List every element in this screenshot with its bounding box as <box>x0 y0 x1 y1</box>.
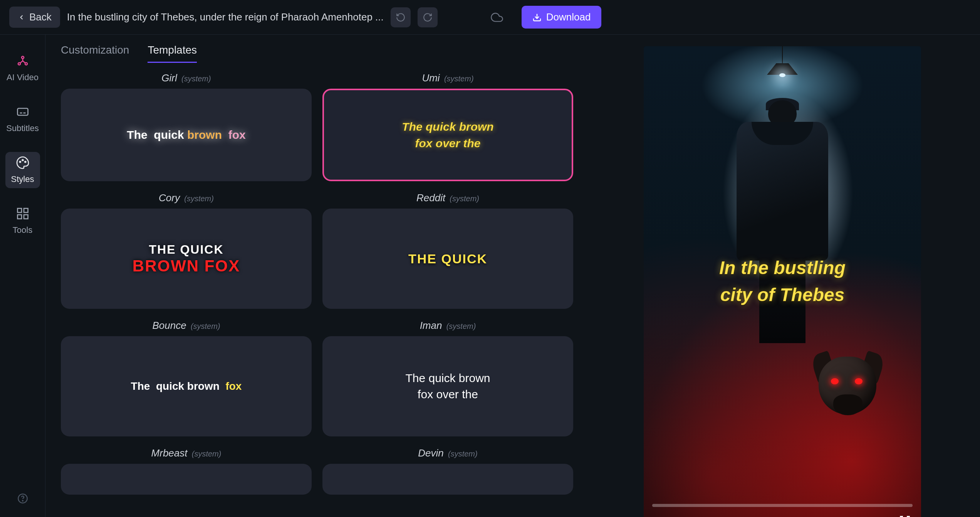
volume-button[interactable] <box>675 513 690 517</box>
template-preview-text: The quick brown fox <box>131 380 242 392</box>
download-label: Download <box>546 11 591 23</box>
sidebar-label: AI Video <box>7 72 39 83</box>
template-name: Girl (system) <box>161 72 211 84</box>
template-card-devin[interactable] <box>322 464 573 495</box>
video-time: 0:00 / 0:18 <box>697 515 740 517</box>
back-label: Back <box>29 11 52 23</box>
template-preview-text: The quick brown fox over the <box>405 370 490 402</box>
template-card-cory[interactable]: THE QUICK BROWN FOX <box>61 209 312 309</box>
template-name: Umi (system) <box>422 72 473 84</box>
svg-point-8 <box>22 160 23 161</box>
template-name: Bounce (system) <box>152 320 220 332</box>
template-preview-text: The quick brown fox over the <box>402 118 493 152</box>
undo-icon <box>396 12 406 22</box>
svg-rect-10 <box>17 209 22 213</box>
svg-rect-4 <box>17 108 28 115</box>
template-cell-umi: Umi (system) The quick brown fox over th… <box>322 72 573 181</box>
template-cell-girl: Girl (system) The quick brown fox <box>61 72 312 181</box>
template-scroll[interactable]: Girl (system) The quick brown fox Umi (s… <box>61 72 577 517</box>
tab-customization[interactable]: Customization <box>61 44 129 63</box>
svg-point-9 <box>25 161 26 162</box>
help-icon <box>17 493 28 504</box>
preview-panel: In the bustling city of Thebes 0:00 / 0:… <box>585 35 980 517</box>
sidebar-item-ai-video[interactable]: AI Video <box>5 50 40 86</box>
svg-rect-13 <box>24 215 28 219</box>
template-name: Cory (system) <box>159 192 214 204</box>
template-cell-cory: Cory (system) THE QUICK BROWN FOX <box>61 192 312 309</box>
video-controls: 0:00 / 0:18 <box>644 513 921 517</box>
video-preview[interactable]: In the bustling city of Thebes 0:00 / 0:… <box>644 46 921 517</box>
help-button[interactable] <box>17 493 28 505</box>
redo-icon <box>423 12 433 22</box>
main-panel: Customization Templates Girl (system) Th… <box>45 35 585 517</box>
download-icon <box>532 13 542 22</box>
project-title: In the bustling city of Thebes, under th… <box>67 11 384 23</box>
template-cell-bounce: Bounce (system) The quick brown fox <box>61 320 312 436</box>
template-card-mrbeast[interactable] <box>61 464 312 495</box>
cloud-sync-button[interactable] <box>487 7 507 27</box>
play-icon <box>654 515 666 517</box>
template-cell-iman: Iman (system) The quick brown fox over t… <box>322 320 573 436</box>
palette-icon <box>16 156 30 170</box>
sidebar-label: Styles <box>11 174 34 184</box>
template-cell-devin: Devin (system) <box>322 447 573 495</box>
template-name: Iman (system) <box>420 320 476 332</box>
chevron-left-icon <box>18 13 25 21</box>
fullscreen-icon <box>899 515 911 517</box>
play-button[interactable] <box>652 513 668 517</box>
sidebar-label: Subtitles <box>6 123 39 133</box>
video-caption: In the bustling city of Thebes <box>658 254 907 308</box>
undo-button[interactable] <box>391 7 411 27</box>
sidebar-item-styles[interactable]: Styles <box>5 152 40 188</box>
template-name: Devin (system) <box>418 447 477 459</box>
sidebar: AI Video Subtitles Styles Tools <box>0 35 45 517</box>
seek-bar[interactable] <box>652 504 913 507</box>
back-button[interactable]: Back <box>9 7 60 28</box>
sidebar-label: Tools <box>13 225 32 235</box>
svg-point-15 <box>22 500 23 501</box>
template-preview-text: THE QUICK BROWN FOX <box>133 243 240 275</box>
redo-button[interactable] <box>418 7 438 27</box>
svg-point-7 <box>19 161 20 162</box>
template-preview-text: THE QUICK <box>408 251 487 266</box>
sidebar-item-tools[interactable]: Tools <box>5 203 40 239</box>
template-name: Reddit (system) <box>416 192 479 204</box>
svg-rect-11 <box>24 209 28 213</box>
tab-templates[interactable]: Templates <box>148 44 197 63</box>
template-card-umi[interactable]: The quick brown fox over the <box>322 89 573 181</box>
template-card-girl[interactable]: The quick brown fox <box>61 89 312 181</box>
cloud-icon <box>491 11 503 24</box>
grid-icon <box>16 207 30 221</box>
template-cell-mrbeast: Mrbeast (system) <box>61 447 312 495</box>
template-name: Mrbeast (system) <box>151 447 222 459</box>
template-card-reddit[interactable]: THE QUICK <box>322 209 573 309</box>
download-button[interactable]: Download <box>522 6 602 29</box>
template-card-bounce[interactable]: The quick brown fox <box>61 336 312 436</box>
template-cell-reddit: Reddit (system) THE QUICK <box>322 192 573 309</box>
fullscreen-button[interactable] <box>897 513 913 517</box>
tabs: Customization Templates <box>61 44 577 63</box>
sidebar-item-subtitles[interactable]: Subtitles <box>5 101 40 137</box>
svg-point-1 <box>22 56 24 59</box>
volume-icon <box>676 515 688 517</box>
ai-video-icon <box>16 54 30 68</box>
template-preview-text: The quick brown fox <box>127 128 245 141</box>
template-card-iman[interactable]: The quick brown fox over the <box>322 336 573 436</box>
topbar: Back In the bustling city of Thebes, und… <box>0 0 980 35</box>
svg-rect-12 <box>17 215 22 219</box>
subtitles-icon <box>16 105 30 119</box>
